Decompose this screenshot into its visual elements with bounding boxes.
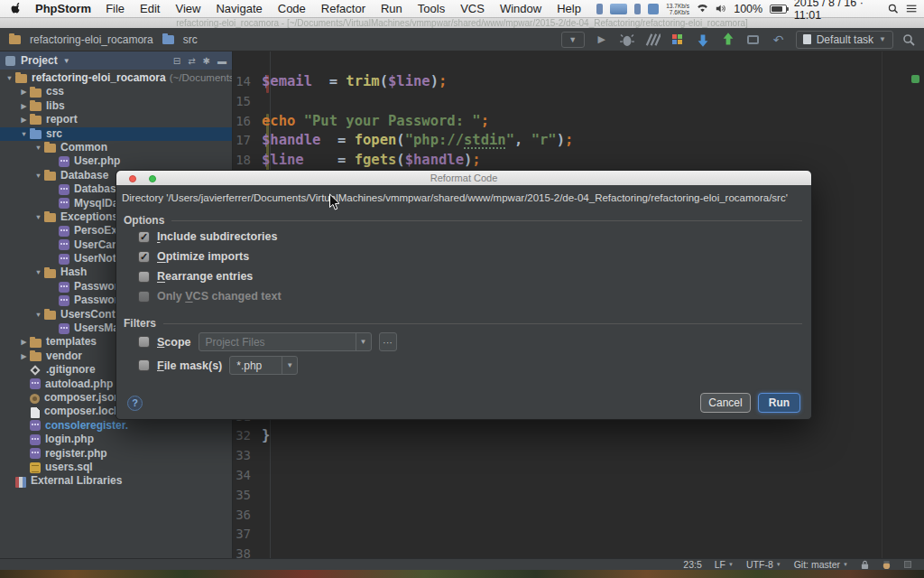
dialog-titlebar[interactable]: Reformat Code bbox=[116, 171, 811, 185]
breadcrumb-src[interactable]: src bbox=[162, 33, 198, 46]
checkbox[interactable]: ✓ bbox=[138, 291, 150, 303]
istat-graph-widget[interactable] bbox=[610, 4, 627, 14]
tree-expand-arrow[interactable]: ▶ bbox=[18, 350, 30, 363]
tree-item[interactable]: users.sql bbox=[0, 461, 232, 474]
tree-item[interactable]: ▶ report bbox=[0, 113, 232, 126]
lock-icon[interactable] bbox=[861, 560, 869, 570]
cancel-button[interactable]: Cancel bbox=[700, 393, 751, 413]
debug-icon[interactable] bbox=[619, 32, 635, 48]
tree-item[interactable]: ▶ libs bbox=[0, 99, 232, 113]
checkbox[interactable]: ✓ bbox=[138, 231, 150, 243]
code-line[interactable]: 16 echo "Put your Password: "; bbox=[233, 112, 924, 132]
battery-icon[interactable] bbox=[770, 5, 787, 14]
tree-expand-arrow[interactable]: ▼ bbox=[18, 127, 30, 141]
tree-item[interactable]: External Libraries bbox=[0, 474, 232, 488]
breadcrumb-project[interactable]: refactoring-eloi_rocamora bbox=[9, 33, 153, 46]
code-line[interactable]: 34 bbox=[233, 466, 924, 486]
menubar-clock[interactable]: 2015 / 8 / 16 · 11:01 bbox=[794, 0, 882, 22]
tree-item[interactable]: ▼ refactoring-eloi_rocamora (~/Documents… bbox=[0, 71, 232, 85]
menu-item[interactable]: Tools bbox=[418, 2, 445, 15]
vcs-update-icon[interactable] bbox=[695, 32, 711, 48]
code-line[interactable]: 36 bbox=[233, 506, 924, 526]
file-mask-combobox[interactable]: *.php ▼ bbox=[229, 356, 298, 375]
tree-expand-arrow[interactable]: ▶ bbox=[18, 335, 30, 349]
tree-expand-arrow[interactable]: ▶ bbox=[18, 99, 30, 113]
encoding-widget[interactable]: UTF-8▼ bbox=[746, 559, 781, 570]
tree-item[interactable]: login.php bbox=[0, 433, 232, 446]
gear-icon[interactable]: ✱ bbox=[203, 56, 210, 66]
background-tasks-icon[interactable] bbox=[904, 561, 911, 568]
project-panel-header[interactable]: Project ▼ ⊟ ⇄ ✱ ▬ bbox=[0, 51, 232, 70]
event-log-icon[interactable] bbox=[745, 32, 762, 48]
tree-item[interactable]: ▼ src bbox=[0, 127, 232, 141]
file-mask-checkbox[interactable] bbox=[138, 359, 150, 371]
menu-item[interactable]: Edit bbox=[140, 2, 160, 15]
scope-combobox[interactable]: Project Files ▼ bbox=[199, 332, 372, 351]
tree-expand-arrow[interactable]: ▶ bbox=[18, 113, 30, 126]
task-combo[interactable]: Default task ▼ bbox=[796, 31, 893, 49]
tree-expand-arrow[interactable]: ▼ bbox=[32, 210, 44, 224]
collapse-all-icon[interactable]: ⊟ bbox=[173, 56, 180, 66]
run-button[interactable]: ▶ bbox=[594, 32, 610, 48]
option-checkbox-row[interactable]: ✓ Only VCS changed text bbox=[138, 286, 282, 306]
option-checkbox-row[interactable]: ✓ Rearrange entries bbox=[138, 266, 282, 286]
scope-browse-button[interactable]: ··· bbox=[379, 332, 397, 351]
tree-expand-arrow[interactable]: ▼ bbox=[32, 169, 44, 182]
tree-item[interactable]: ▶ css bbox=[0, 85, 232, 98]
tree-expand-arrow[interactable]: ▼ bbox=[32, 141, 44, 154]
apple-menu[interactable] bbox=[11, 2, 23, 15]
locate-file-icon[interactable]: ⇄ bbox=[188, 56, 195, 66]
close-window-button[interactable] bbox=[129, 175, 136, 182]
vcs-commit-icon[interactable] bbox=[720, 32, 736, 48]
istat-disk-widget[interactable] bbox=[634, 4, 641, 14]
tree-expand-arrow[interactable]: ▼ bbox=[4, 71, 15, 85]
code-line[interactable]: 18 $line = fgets($handle); bbox=[233, 151, 924, 171]
menu-item[interactable]: Run bbox=[381, 2, 402, 15]
network-speed[interactable]: 13.7Kb/s 7.6Kb/s bbox=[666, 3, 689, 15]
chevron-down-icon[interactable]: ▼ bbox=[356, 333, 371, 350]
code-line[interactable]: 33 bbox=[233, 446, 924, 466]
caret-position-widget[interactable]: 23:5 bbox=[683, 559, 701, 570]
scope-checkbox[interactable] bbox=[138, 336, 150, 348]
wifi-icon[interactable] bbox=[697, 4, 708, 14]
menu-item[interactable]: Help bbox=[557, 2, 581, 15]
spotlight-icon[interactable] bbox=[888, 3, 898, 14]
code-line[interactable]: 17 $handle = fopen("php://stdin", "r"); bbox=[233, 131, 924, 151]
tree-item[interactable]: ▼ Common bbox=[0, 141, 232, 154]
run-button[interactable]: Run bbox=[758, 393, 800, 413]
menu-item[interactable]: Window bbox=[500, 2, 541, 15]
profiler-icon[interactable] bbox=[670, 32, 686, 48]
menu-item[interactable]: File bbox=[106, 2, 125, 15]
chevron-down-icon[interactable]: ▼ bbox=[282, 357, 297, 374]
option-checkbox-row[interactable]: ✓ Optimize imports bbox=[138, 247, 282, 266]
tree-expand-arrow[interactable]: ▼ bbox=[32, 266, 44, 279]
istat-cpu-widget[interactable] bbox=[596, 4, 603, 14]
option-checkbox-row[interactable]: ✓ Include subdirectories bbox=[138, 227, 282, 247]
tree-item[interactable]: consoleregister. bbox=[0, 419, 232, 433]
menu-item[interactable]: Navigate bbox=[216, 2, 262, 15]
chevron-down-icon[interactable]: ▼ bbox=[63, 57, 70, 65]
tree-expand-arrow[interactable]: ▶ bbox=[18, 85, 30, 98]
tree-item[interactable]: register.php bbox=[0, 447, 232, 461]
search-everywhere-icon[interactable] bbox=[902, 33, 915, 46]
code-line[interactable]: 14 $email = trim($line); bbox=[233, 72, 924, 92]
checkbox[interactable]: ✓ bbox=[138, 271, 150, 283]
tree-item[interactable]: User.php bbox=[0, 154, 232, 168]
menu-item[interactable]: Refactor bbox=[321, 2, 365, 15]
menu-item[interactable]: View bbox=[175, 2, 200, 15]
checkbox[interactable]: ✓ bbox=[138, 251, 150, 263]
help-button[interactable]: ? bbox=[127, 396, 143, 411]
menu-item[interactable]: Code bbox=[278, 2, 306, 15]
run-config-dropdown[interactable]: ▼ bbox=[561, 32, 585, 48]
line-ending-widget[interactable]: LF▼ bbox=[715, 559, 734, 570]
code-line[interactable]: 37 bbox=[233, 525, 924, 545]
hector-inspection-icon[interactable] bbox=[882, 560, 892, 570]
hide-panel-icon[interactable]: ▬ bbox=[217, 56, 226, 66]
coverage-icon[interactable] bbox=[644, 32, 661, 48]
app-menu-phpstorm[interactable]: PhpStorm bbox=[35, 2, 91, 15]
code-line[interactable]: 35 bbox=[233, 486, 924, 506]
rollback-icon[interactable]: ↶ bbox=[771, 32, 787, 48]
code-line[interactable]: 32 } bbox=[233, 426, 924, 446]
notification-center-icon[interactable] bbox=[906, 4, 917, 14]
tree-expand-arrow[interactable]: ▼ bbox=[32, 308, 44, 322]
